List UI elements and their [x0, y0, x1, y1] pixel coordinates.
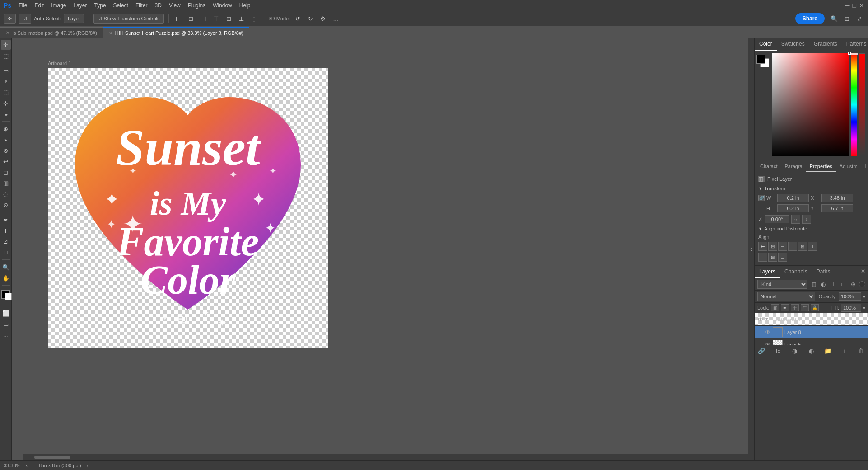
app-ps-icon[interactable]: Ps — [4, 2, 11, 9]
layer-vis-artboard[interactable]: 👁 — [757, 316, 764, 323]
align-right-edge-btn[interactable]: ⊣ — [778, 242, 787, 251]
path-select[interactable]: ⊿ — [1, 236, 11, 246]
angle-input[interactable] — [765, 215, 789, 223]
link-layers-btn[interactable]: 🔗 — [757, 347, 765, 355]
layer-style-btn[interactable]: fx — [774, 347, 782, 355]
clone-tool[interactable]: ⊗ — [1, 146, 11, 155]
menu-type[interactable]: Type — [94, 2, 106, 9]
tab-properties[interactable]: Properties — [806, 162, 836, 172]
distribute-btn[interactable]: ⋮ — [249, 14, 259, 24]
layer-item-5[interactable]: 👁 Layer 5 — [755, 338, 868, 345]
menu-layer[interactable]: Layer — [74, 2, 87, 9]
pen-tool[interactable]: ✒ — [1, 215, 11, 225]
dist-top-btn[interactable]: ⊤ — [758, 253, 767, 262]
align-center-h-btn[interactable]: ⊟ — [768, 242, 777, 251]
filter-pixel-btn[interactable]: ▥ — [809, 280, 817, 288]
tab-adjustments[interactable]: Adjustm — [836, 162, 861, 172]
align-bottom-btn[interactable]: ⊥ — [237, 14, 247, 24]
align-top-edge-btn[interactable]: ⊤ — [788, 242, 797, 251]
adjustment-layer-btn[interactable]: ◐ — [807, 347, 815, 355]
move-tool-btn[interactable]: ✛ — [4, 14, 16, 24]
lock-position-btn[interactable]: ✛ — [791, 304, 799, 311]
collapse-panel-handle[interactable] — [748, 38, 754, 460]
w-input[interactable] — [777, 194, 809, 202]
blur-tool[interactable]: ◌ — [1, 189, 11, 199]
quick-mask[interactable]: ⬜ — [1, 308, 11, 318]
menu-file[interactable]: File — [19, 2, 27, 9]
brush-tool[interactable]: ⌁ — [1, 135, 11, 145]
foreground-swatch[interactable] — [756, 55, 765, 64]
move-tool[interactable]: ✛ — [1, 40, 11, 50]
menu-edit[interactable]: Edit — [34, 2, 44, 9]
align-right-btn[interactable]: ⊣ — [199, 14, 209, 24]
layers-panel-close[interactable]: ✕ — [858, 266, 868, 278]
tab-sublimation[interactable]: ✕ Is Sublimation.psd @ 47.1% (RGB/8#) — [0, 27, 103, 38]
fill-input[interactable] — [841, 304, 861, 312]
filter-adj-btn[interactable]: ◐ — [819, 280, 827, 288]
menu-plugins[interactable]: Plugins — [188, 2, 205, 9]
filter-type-btn[interactable]: T — [829, 280, 837, 288]
align-middle-v-btn[interactable]: ⊞ — [798, 242, 807, 251]
gradient-tool[interactable]: ▥ — [1, 178, 11, 188]
align-bottom-edge-btn[interactable]: ⊥ — [808, 242, 817, 251]
selection-tool[interactable]: ▭ — [1, 66, 11, 75]
layer-vis-5[interactable]: 👁 — [765, 342, 771, 345]
more-options-btn[interactable]: ... — [331, 14, 341, 24]
extras-btn[interactable]: ... — [1, 330, 11, 340]
y-input[interactable] — [821, 204, 853, 212]
fill-chevron[interactable]: ▾ — [863, 306, 865, 310]
color-gradient-picker[interactable] — [772, 53, 849, 156]
filter-shape-btn[interactable]: □ — [839, 280, 847, 288]
shape-tool[interactable]: □ — [1, 247, 11, 257]
settings-btn[interactable]: ⚙ — [318, 14, 328, 24]
layer-item-8[interactable]: 👁 Layer 8 — [755, 326, 868, 338]
menu-view[interactable]: View — [169, 2, 181, 9]
object-select-tool[interactable]: ⬚ — [1, 87, 11, 97]
flip-h-btn[interactable]: ↔ — [791, 215, 800, 224]
x-input[interactable] — [821, 194, 853, 202]
lock-pixels-btn[interactable]: ✒ — [781, 304, 789, 311]
crop-tool[interactable]: ⊹ — [1, 98, 11, 108]
more-align-btn[interactable]: ... — [790, 253, 795, 262]
artboard[interactable]: Sunset is My Favorite Color ✦ ✦ ✦ ✦ ✦ ✦ — [48, 68, 328, 348]
panels-btn[interactable]: ⊞ — [842, 14, 852, 24]
menu-select[interactable]: Select — [113, 2, 128, 9]
dist-v-btn[interactable]: ⊟ — [768, 253, 777, 262]
layer-filter-select[interactable]: Kind — [757, 280, 807, 289]
align-top-btn[interactable]: ⊤ — [211, 14, 221, 24]
tab-close-sublimation[interactable]: ✕ — [6, 30, 9, 35]
layer-vis-8[interactable]: 👁 — [765, 329, 771, 335]
opacity-chevron[interactable]: ▾ — [863, 294, 865, 299]
tab-puzzle[interactable]: ✕ HIH Sunset Heart Puzzle.psd @ 33.3% (L… — [103, 27, 249, 38]
nav-prev[interactable]: ‹ — [26, 463, 28, 468]
show-transform-btn[interactable]: ☑ Show Transform Controls — [93, 14, 163, 24]
lasso-tool[interactable]: ⌖ — [1, 76, 11, 86]
artboard-tool[interactable]: ⬚ — [1, 51, 11, 61]
dist-bottom-btn[interactable]: ⊥ — [778, 253, 787, 262]
restore-btn[interactable]: □ — [853, 2, 856, 9]
tab-patterns[interactable]: Patterns — [842, 38, 868, 51]
eraser-tool[interactable]: ◻ — [1, 167, 11, 177]
type-tool[interactable]: T — [1, 226, 11, 235]
layer-item-artboard[interactable]: 👁 ▾ Artboard 1 — [755, 313, 868, 326]
menu-3d[interactable]: 3D — [155, 2, 162, 9]
menu-image[interactable]: Image — [51, 2, 66, 9]
align-left-edge-btn[interactable]: ⊢ — [758, 242, 767, 251]
layer-expand-artboard[interactable]: ▾ — [765, 316, 772, 323]
nav-next[interactable]: › — [87, 463, 89, 468]
share-button[interactable]: Share — [795, 13, 825, 24]
align-center-h-btn[interactable]: ⊟ — [186, 14, 196, 24]
lock-artboard-btn[interactable]: ⬚ — [801, 304, 809, 311]
layer-select-dropdown[interactable]: Layer — [64, 14, 84, 23]
tab-channels[interactable]: Channels — [780, 266, 812, 278]
close-btn[interactable]: ✕ — [859, 2, 864, 9]
new-layer-btn[interactable]: + — [840, 347, 849, 355]
tab-gradients[interactable]: Gradients — [809, 38, 842, 51]
search-btn[interactable]: 🔍 — [829, 14, 839, 24]
eyedropper-tool[interactable]: ⸸ — [1, 109, 11, 119]
tab-character[interactable]: Charact — [756, 162, 781, 172]
hue-slider[interactable] — [851, 53, 857, 156]
rotate-cw-btn[interactable]: ↻ — [305, 14, 315, 24]
blend-mode-select[interactable]: Normal — [757, 292, 815, 301]
tab-paths[interactable]: Paths — [812, 266, 835, 278]
